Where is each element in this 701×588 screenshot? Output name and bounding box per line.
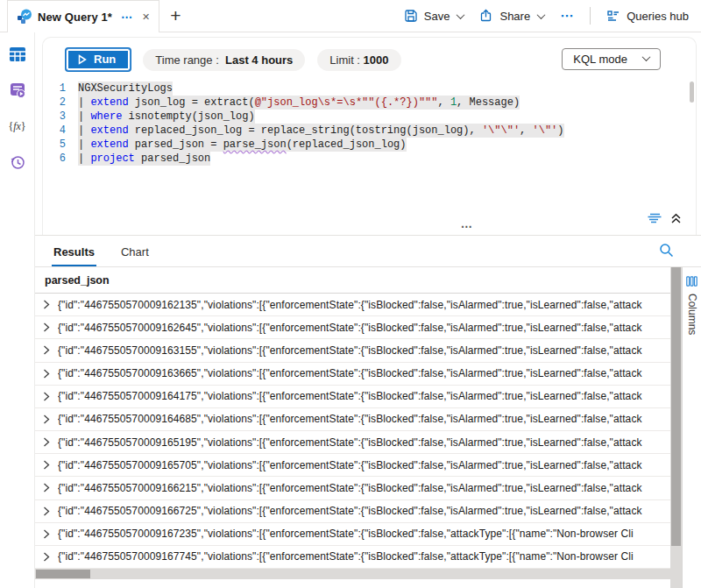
splitter-handle[interactable]: ⋯ — [461, 220, 473, 233]
editor-line[interactable]: 2 | extend json_log = extract(@"json_log… — [43, 96, 696, 110]
code-text: | extend parsed_json = parse_json(replac… — [78, 138, 407, 152]
save-icon — [404, 9, 418, 23]
editor-line[interactable]: 4 | extend replaced_json_log = replace_s… — [43, 124, 696, 138]
tab-chart[interactable]: Chart — [119, 245, 151, 266]
table-row[interactable]: {"id":"4467550570009166725","violations"… — [35, 500, 670, 523]
code-text: | where isnotempty(json_log) — [78, 110, 255, 124]
row-json-value: {"id":"4467550570009167745","violations"… — [58, 550, 634, 563]
limit-picker[interactable]: Limit : 1000 — [317, 49, 400, 71]
expand-row-icon[interactable] — [35, 392, 58, 401]
horizontal-scrollbar[interactable] — [35, 569, 670, 579]
query-editor[interactable]: 1 NGXSecurityLogs 2 | extend json_log = … — [43, 81, 696, 166]
table-row[interactable]: {"id":"4467550570009163155","violations"… — [35, 339, 670, 362]
limit-value: 1000 — [364, 53, 389, 67]
expand-row-icon[interactable] — [35, 460, 58, 470]
new-tab-button[interactable]: + — [159, 0, 191, 32]
table-row[interactable]: {"id":"4467550570009164175","violations"… — [35, 386, 670, 408]
editor-scrollbar[interactable] — [690, 81, 694, 103]
time-range-label: Time range : — [155, 53, 219, 67]
expand-row-icon[interactable] — [35, 529, 58, 539]
row-json-value: {"id":"4467550570009167235","violations"… — [58, 528, 634, 540]
share-label: Share — [499, 10, 530, 23]
queries-hub-label: Queries hub — [627, 10, 689, 23]
table-row[interactable]: {"id":"4467550570009166215","violations"… — [35, 477, 670, 499]
app-logo-icon — [17, 9, 32, 25]
tables-nav-icon[interactable] — [8, 45, 27, 64]
vertical-scrollbar-thumb[interactable] — [671, 267, 681, 546]
expand-row-icon[interactable] — [35, 300, 58, 309]
queries-nav-icon[interactable] — [8, 81, 27, 100]
results-pane: Results Chart parsed_json — [35, 235, 701, 588]
query-toolbar: Run Time range : Last 4 hours Limit : 10… — [43, 38, 696, 71]
limit-label: Limit : — [329, 53, 360, 67]
functions-nav-icon[interactable]: {fx} — [8, 117, 27, 136]
row-json-value: {"id":"4467550570009162135","violations"… — [58, 299, 642, 311]
expand-row-icon[interactable] — [35, 483, 58, 492]
tab-results[interactable]: Results — [52, 245, 96, 266]
editor-line[interactable]: 6 | project parsed_json — [43, 152, 696, 166]
expand-row-icon[interactable] — [35, 437, 58, 447]
vertical-scrollbar[interactable] — [670, 267, 682, 588]
table-row[interactable]: {"id":"4467550570009165705","violations"… — [35, 454, 670, 477]
query-mode-dropdown[interactable]: KQL mode — [562, 48, 661, 70]
line-number: 6 — [43, 152, 78, 166]
save-button[interactable]: Save — [404, 9, 464, 23]
tab-title: New Query 1* — [38, 11, 112, 24]
table-row[interactable]: {"id":"4467550570009165195","violations"… — [35, 431, 670, 454]
expand-row-icon[interactable] — [35, 369, 58, 379]
columns-panel-toggle[interactable]: Columns — [682, 267, 701, 588]
expand-row-icon[interactable] — [35, 322, 58, 332]
table-row[interactable]: {"id":"4467550570009167235","violations"… — [35, 523, 670, 546]
expand-row-icon[interactable] — [35, 552, 58, 562]
tab-more-icon[interactable]: ⋯ — [121, 11, 133, 24]
more-commands-button[interactable]: ⋯ — [560, 8, 574, 24]
columns-panel-label: Columns — [686, 294, 698, 335]
query-mode-value: KQL mode — [573, 53, 627, 66]
table-row[interactable]: {"id":"4467550570009162645","violations"… — [35, 316, 670, 339]
line-number: 5 — [43, 138, 78, 152]
collapse-editor-icon[interactable] — [670, 213, 682, 224]
columns-icon — [686, 276, 697, 287]
row-json-value: {"id":"4467550570009165195","violations"… — [58, 436, 642, 449]
left-rail: {fx} — [0, 32, 35, 588]
share-button[interactable]: Share — [479, 9, 544, 23]
top-bar: New Query 1* ⋯ ✕ + Save Share — [0, 0, 701, 32]
expand-row-icon[interactable] — [35, 345, 58, 355]
editor-line[interactable]: 5 | extend parsed_json = parse_json(repl… — [43, 138, 696, 152]
horizontal-scrollbar-thumb[interactable] — [36, 570, 90, 578]
line-number: 3 — [43, 110, 78, 124]
row-json-value: {"id":"4467550570009164175","violations"… — [58, 390, 642, 402]
results-tab-bar: Results Chart — [35, 236, 701, 267]
column-header-parsed-json[interactable]: parsed_json — [35, 267, 670, 294]
table-row[interactable]: {"id":"4467550570009167745","violations"… — [35, 546, 670, 569]
query-tab[interactable]: New Query 1* ⋯ ✕ — [7, 0, 159, 32]
expand-row-icon[interactable] — [35, 507, 58, 516]
play-icon — [78, 54, 87, 65]
queries-hub-button[interactable]: Queries hub — [606, 9, 689, 23]
row-json-value: {"id":"4467550570009165705","violations"… — [58, 459, 642, 471]
table-row[interactable]: {"id":"4467550570009162135","violations"… — [35, 294, 670, 316]
search-icon[interactable] — [659, 243, 674, 261]
tab-close-icon[interactable]: ✕ — [142, 11, 150, 23]
run-button[interactable]: Run — [66, 48, 131, 71]
top-actions: Save Share ⋯ Queries hub — [404, 0, 701, 32]
expand-row-icon[interactable] — [35, 414, 58, 424]
save-chevron-down-icon — [457, 11, 465, 19]
table-row[interactable]: {"id":"4467550570009164685","violations"… — [35, 408, 670, 431]
time-range-picker[interactable]: Time range : Last 4 hours — [143, 49, 305, 71]
query-pane: Run Time range : Last 4 hours Limit : 10… — [35, 32, 701, 235]
format-lines-icon[interactable] — [647, 212, 662, 224]
code-text: | extend json_log = extract(@"json_log\s… — [78, 96, 520, 110]
code-text: NGXSecurityLogs — [78, 81, 173, 96]
history-nav-icon[interactable] — [8, 152, 27, 172]
editor-line[interactable]: 3 | where isnotempty(json_log) — [43, 110, 696, 124]
save-label: Save — [424, 10, 450, 23]
share-icon — [479, 9, 493, 23]
row-json-value: {"id":"4467550570009163155","violations"… — [58, 344, 642, 357]
toolbar-divider — [590, 7, 591, 25]
row-json-value: {"id":"4467550570009162645","violations"… — [58, 322, 642, 334]
table-row[interactable]: {"id":"4467550570009163665","violations"… — [35, 363, 670, 386]
editor-line[interactable]: 1 NGXSecurityLogs — [43, 81, 696, 96]
query-card: Run Time range : Last 4 hours Limit : 10… — [42, 37, 697, 235]
row-json-value: {"id":"4467550570009163665","violations"… — [58, 367, 642, 379]
